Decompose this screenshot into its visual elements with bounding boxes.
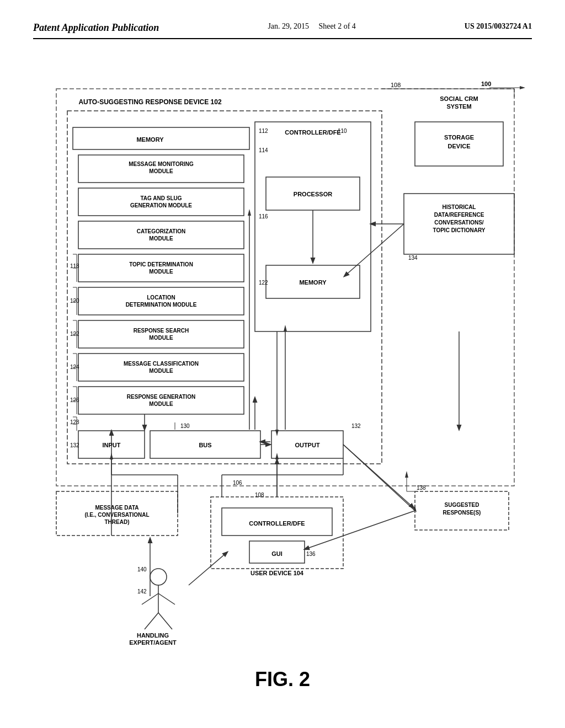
- svg-text:OUTPUT: OUTPUT: [295, 442, 320, 448]
- svg-rect-1: [67, 111, 382, 464]
- svg-text:116: 116: [259, 213, 268, 220]
- diagram-svg: AUTO-SUGGESTING RESPONSE DEVICE 102 108 …: [40, 56, 525, 662]
- svg-rect-17: [415, 122, 503, 166]
- svg-text:122: 122: [70, 331, 79, 337]
- svg-line-139: [344, 224, 404, 276]
- svg-text:118: 118: [70, 263, 79, 269]
- svg-rect-22: [249, 541, 305, 563]
- svg-rect-15: [150, 431, 260, 458]
- svg-text:DATA/REFERENCE: DATA/REFERENCE: [434, 212, 484, 218]
- svg-text:STORAGE: STORAGE: [444, 134, 474, 141]
- svg-text:124: 124: [70, 364, 79, 370]
- svg-text:142: 142: [137, 588, 147, 595]
- svg-text:MEMORY: MEMORY: [136, 136, 164, 143]
- svg-text:136: 136: [306, 551, 316, 557]
- svg-text:108: 108: [391, 82, 401, 88]
- svg-line-110: [142, 593, 158, 604]
- svg-marker-141: [413, 505, 417, 512]
- svg-text:MODULE: MODULE: [149, 401, 173, 407]
- svg-line-38: [189, 552, 227, 585]
- figure-label: FIG. 2: [33, 668, 532, 691]
- svg-rect-20: [211, 497, 343, 569]
- svg-rect-18: [404, 194, 514, 254]
- svg-rect-23: [415, 491, 509, 530]
- svg-text:140: 140: [137, 566, 147, 572]
- svg-marker-137: [284, 325, 287, 331]
- svg-rect-2: [255, 122, 371, 331]
- svg-text:SUGGESTED: SUGGESTED: [445, 502, 479, 508]
- svg-text:114: 114: [259, 147, 268, 153]
- svg-rect-19: [56, 491, 178, 536]
- svg-marker-133: [248, 209, 251, 216]
- svg-rect-21: [222, 508, 332, 536]
- svg-marker-148: [275, 453, 279, 459]
- svg-rect-14: [78, 431, 145, 458]
- svg-rect-12: [78, 354, 244, 381]
- svg-marker-144: [405, 471, 408, 478]
- svg-rect-3: [266, 177, 360, 210]
- svg-text:LOCATION: LOCATION: [147, 295, 175, 301]
- svg-text:MODULE: MODULE: [149, 335, 173, 341]
- patent-diagram: AUTO-SUGGESTING RESPONSE DEVICE 102 108 …: [40, 56, 525, 662]
- patent-number: US 2015/0032724 A1: [465, 22, 532, 31]
- svg-text:RESPONSE(S): RESPONSE(S): [443, 510, 481, 516]
- svg-marker-45: [520, 86, 525, 89]
- svg-text:106: 106: [233, 480, 242, 486]
- svg-text:SOCIAL CRM: SOCIAL CRM: [440, 95, 478, 102]
- svg-text:128: 128: [70, 419, 79, 425]
- svg-text:MODULE: MODULE: [149, 168, 173, 174]
- svg-rect-4: [266, 265, 360, 298]
- svg-rect-11: [78, 320, 244, 348]
- svg-text:THREAD): THREAD): [105, 519, 130, 525]
- svg-line-111: [158, 593, 175, 604]
- svg-text:HANDLING: HANDLING: [137, 632, 169, 639]
- svg-text:CATEGORIZATION: CATEGORIZATION: [137, 228, 186, 234]
- page: Patent Application Publication Jan. 29, …: [0, 0, 565, 728]
- svg-rect-8: [78, 221, 244, 249]
- svg-text:100: 100: [481, 81, 491, 87]
- svg-text:RESPONSE GENERATION: RESPONSE GENERATION: [127, 394, 195, 400]
- svg-text:MODULE: MODULE: [149, 269, 173, 275]
- svg-line-140: [343, 445, 415, 511]
- svg-text:MODULE: MODULE: [149, 235, 173, 242]
- svg-text:INPUT: INPUT: [103, 442, 121, 448]
- svg-text:GUI: GUI: [271, 550, 282, 557]
- svg-text:134: 134: [408, 255, 418, 261]
- publication-date: Jan. 29, 2015: [268, 22, 309, 30]
- svg-text:HISTORICAL: HISTORICAL: [443, 204, 476, 210]
- svg-text:108: 108: [255, 492, 264, 498]
- svg-line-36: [305, 511, 415, 549]
- svg-text:EXPERT/AGENT: EXPERT/AGENT: [129, 639, 177, 646]
- sheet-info: Sheet 2 of 4: [319, 22, 356, 30]
- svg-text:MODULE: MODULE: [149, 368, 173, 374]
- svg-text:USER DEVICE 104: USER DEVICE 104: [250, 570, 304, 576]
- svg-text:TAG AND SLUG: TAG AND SLUG: [141, 195, 182, 201]
- svg-rect-16: [271, 431, 343, 458]
- svg-text:126: 126: [70, 397, 79, 403]
- header-center: Jan. 29, 2015 Sheet 2 of 4: [268, 22, 355, 31]
- publication-title: Patent Application Publication: [33, 22, 159, 34]
- svg-marker-135: [275, 430, 279, 436]
- svg-text:CONTROLLER/DFE: CONTROLLER/DFE: [249, 520, 305, 527]
- svg-text:SYSTEM: SYSTEM: [446, 103, 471, 110]
- svg-rect-5: [73, 127, 249, 149]
- svg-text:AUTO-SUGGESTING RESPONSE DEVIC: AUTO-SUGGESTING RESPONSE DEVICE 102: [78, 98, 221, 106]
- svg-point-108: [150, 569, 167, 585]
- svg-text:TOPIC DETERMINATION: TOPIC DETERMINATION: [129, 261, 193, 267]
- svg-text:MESSAGE DATA: MESSAGE DATA: [95, 505, 138, 511]
- svg-text:PROCESSOR: PROCESSOR: [294, 191, 332, 197]
- svg-rect-10: [78, 287, 244, 315]
- svg-rect-7: [78, 188, 244, 216]
- svg-marker-146: [110, 453, 113, 459]
- svg-text:MESSAGE CLASSIFICATION: MESSAGE CLASSIFICATION: [124, 361, 199, 367]
- svg-text:112: 112: [259, 128, 268, 134]
- svg-text:MEMORY: MEMORY: [299, 279, 327, 286]
- svg-rect-6: [78, 155, 244, 183]
- svg-text:RESPONSE SEARCH: RESPONSE SEARCH: [134, 328, 189, 334]
- svg-text:110: 110: [338, 128, 347, 134]
- svg-text:120: 120: [70, 298, 79, 304]
- svg-rect-0: [56, 89, 514, 486]
- svg-text:GENERATION MODULE: GENERATION MODULE: [130, 202, 192, 208]
- svg-text:MESSAGE MONITORING: MESSAGE MONITORING: [129, 161, 194, 167]
- page-header: Patent Application Publication Jan. 29, …: [33, 22, 532, 39]
